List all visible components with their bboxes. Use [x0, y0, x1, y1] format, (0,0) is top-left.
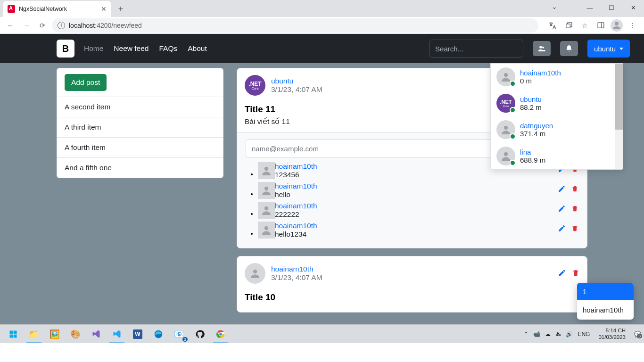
delete-icon[interactable]: [571, 205, 578, 214]
close-tab-icon[interactable]: ✕: [101, 5, 107, 13]
svg-point-5: [542, 47, 544, 49]
dropdown-scrollbar[interactable]: [615, 64, 623, 169]
online-user-name[interactable]: datnguyen: [520, 122, 553, 130]
tray-chevron-up-icon[interactable]: ⌃: [524, 331, 528, 337]
delete-icon[interactable]: [571, 224, 578, 234]
online-user-name[interactable]: lina: [520, 148, 531, 156]
url-path: :4200/neewfeed: [95, 22, 142, 29]
online-dot-icon: [510, 81, 516, 87]
taskbar-app-icon[interactable]: 🖼️: [44, 325, 65, 344]
user-avatar: .NETCore: [496, 94, 515, 113]
url-host: localhost: [69, 22, 95, 29]
online-user-name[interactable]: hoainam10th: [520, 69, 561, 77]
forward-button: →: [20, 19, 33, 32]
profile-avatar[interactable]: [609, 19, 624, 32]
post-author-link[interactable]: ubuntu: [271, 77, 293, 85]
sidebar-item[interactable]: A fourth item: [57, 138, 223, 158]
taskbar-word-icon[interactable]: W: [127, 325, 148, 344]
clock-date: 01/03/2023: [598, 334, 626, 341]
browser-tab[interactable]: NgxSocialNetwork ✕: [3, 1, 111, 17]
sidebar: Add post A second item A third item A fo…: [57, 68, 223, 178]
taskbar-vscode-icon[interactable]: [107, 325, 127, 344]
comment-author[interactable]: hoainam10th: [275, 202, 317, 210]
svg-rect-14: [10, 330, 13, 334]
nav-feed[interactable]: Neew feed: [114, 44, 149, 53]
nav-faqs[interactable]: FAQs: [159, 44, 177, 53]
taskbar-mail-icon[interactable]: 📧2: [169, 325, 190, 344]
svg-point-9: [264, 226, 268, 230]
taskbar-edge-icon[interactable]: [148, 325, 169, 344]
taskbar-explorer-icon[interactable]: 📁: [24, 325, 44, 344]
translate-icon[interactable]: [545, 19, 560, 32]
add-post-button[interactable]: Add post: [65, 74, 107, 91]
brand-logo[interactable]: B: [57, 40, 74, 58]
online-users-dropdown: hoainam10th0 m .NETCore ubuntu88.2 m dat…: [490, 63, 623, 170]
tray-meet-now-icon[interactable]: 📹: [533, 331, 540, 337]
user-dropdown[interactable]: ubuntu: [587, 40, 630, 58]
edit-icon[interactable]: [558, 224, 566, 234]
online-user-name[interactable]: ubuntu: [520, 95, 542, 103]
svg-rect-15: [14, 330, 17, 334]
sidebar-add-post: Add post: [57, 68, 223, 97]
sidebar-item[interactable]: And a fifth one: [57, 158, 223, 178]
comment-author[interactable]: hoainam10th: [275, 222, 317, 230]
site-info-icon[interactable]: i: [58, 22, 65, 29]
online-user-item[interactable]: datnguyen371.4 m: [491, 116, 623, 143]
friends-icon[interactable]: [533, 41, 551, 56]
close-window-button[interactable]: ✕: [622, 0, 644, 15]
taskbar-clock[interactable]: 5:14 CH 01/03/2023: [598, 328, 626, 341]
omnibox[interactable]: i localhost:4200/neewfeed: [52, 18, 538, 33]
user-name: ubuntu: [594, 45, 616, 53]
maximize-button[interactable]: ☐: [601, 0, 622, 15]
start-button[interactable]: [3, 325, 24, 344]
edit-icon[interactable]: [558, 185, 566, 194]
browser-chrome: NgxSocialNetwork ✕ + ⌄ — ☐ ✕ ← → ⟳ i loc…: [0, 0, 644, 34]
online-user-distance: 0 m: [520, 77, 561, 85]
svg-point-6: [264, 167, 268, 171]
taskbar-app-icon[interactable]: 🎨: [65, 325, 86, 344]
online-user-item[interactable]: .NETCore ubuntu88.2 m: [491, 90, 623, 116]
reload-button[interactable]: ⟳: [36, 19, 49, 32]
edit-icon[interactable]: [558, 269, 566, 279]
svg-point-3: [615, 22, 619, 25]
action-center-icon[interactable]: 💬3: [634, 331, 641, 337]
navbar: B Home Neew feed FAQs About Search... ub…: [0, 34, 644, 63]
search-input[interactable]: Search...: [429, 40, 523, 58]
comment-author[interactable]: hoainam10th: [275, 162, 317, 170]
delete-icon[interactable]: [572, 269, 579, 279]
nav-home[interactable]: Home: [84, 44, 103, 53]
user-avatar: [496, 67, 515, 86]
tray-volume-icon[interactable]: 🔊: [566, 331, 573, 337]
user-avatar: [496, 147, 515, 165]
minimize-button[interactable]: —: [579, 0, 601, 15]
back-button[interactable]: ←: [4, 19, 17, 32]
chrome-menu-icon[interactable]: ⋮: [625, 19, 640, 32]
sidebar-item[interactable]: A second item: [57, 97, 223, 117]
nav-about[interactable]: About: [188, 44, 207, 53]
online-user-item[interactable]: hoainam10th0 m: [491, 64, 623, 90]
new-tab-button[interactable]: +: [114, 2, 127, 16]
comment-text: hello1234: [275, 230, 317, 239]
tray-onedrive-icon[interactable]: ☁: [545, 331, 551, 337]
sidebar-item[interactable]: A third item: [57, 117, 223, 138]
tray-language[interactable]: ENG: [578, 331, 590, 337]
notifications-icon[interactable]: [560, 41, 578, 56]
tabs-chevron-icon[interactable]: ⌄: [552, 3, 557, 10]
taskbar-chrome-icon[interactable]: [210, 325, 231, 344]
online-user-item[interactable]: lina688.9 m: [491, 143, 623, 169]
edit-icon[interactable]: [558, 205, 566, 214]
svg-point-10: [253, 270, 257, 273]
tray-network-icon[interactable]: 🖧: [555, 331, 561, 337]
post-title: Title 10: [245, 292, 579, 303]
share-icon[interactable]: [561, 19, 576, 32]
clock-time: 5:14 CH: [598, 328, 626, 334]
message-toast[interactable]: 1 hoainam10th: [577, 283, 634, 320]
post-timestamp: 3/1/23, 4:07 AM: [271, 273, 322, 282]
taskbar-github-icon[interactable]: [190, 325, 210, 344]
taskbar-visualstudio-icon[interactable]: [86, 325, 107, 344]
comment-author[interactable]: hoainam10th: [275, 182, 317, 190]
post-author-link[interactable]: hoainam10th: [271, 265, 314, 273]
delete-icon[interactable]: [571, 185, 578, 194]
bookmark-icon[interactable]: ☆: [577, 19, 592, 32]
side-panel-icon[interactable]: [593, 19, 608, 32]
